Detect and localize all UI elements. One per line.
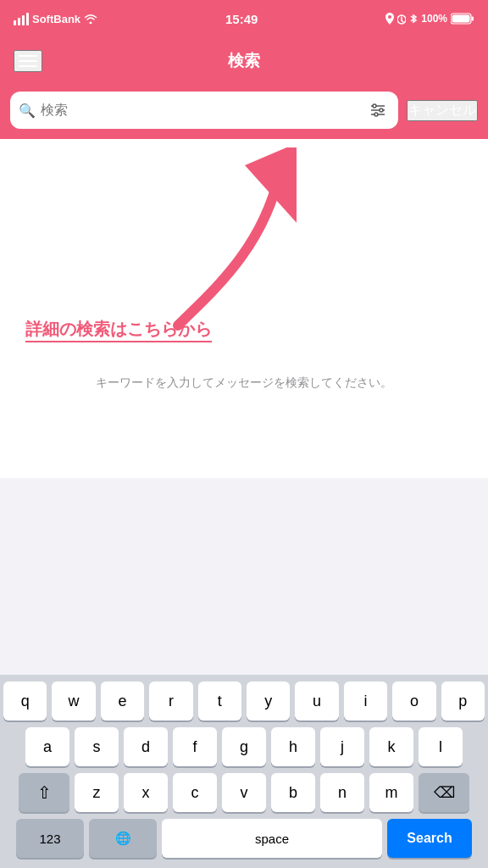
page-title: 検索 [228,50,260,72]
key-h[interactable]: h [271,727,315,766]
menu-button[interactable] [14,50,42,72]
key-globe[interactable]: 🌐 [89,819,157,858]
svg-point-11 [380,108,383,112]
key-d[interactable]: d [124,727,168,766]
search-input[interactable] [41,103,361,118]
key-p[interactable]: p [441,682,485,721]
key-l[interactable]: l [419,727,463,766]
key-search[interactable]: Search [387,819,472,858]
search-bar-container: 🔍 キャンセル [0,85,488,139]
key-z[interactable]: z [75,773,119,812]
status-right: 100% [385,13,474,25]
status-bar: SoftBank 15:49 100% [0,0,488,37]
main-content: 詳細の検索はこちらから キーワードを入力してメッセージを検索してください。 [0,139,488,478]
key-r[interactable]: r [149,682,192,721]
key-e[interactable]: e [101,682,144,721]
keyboard-row-4: 123 🌐 space Search [3,819,485,858]
key-i[interactable]: i [344,682,387,721]
signal-bars [14,13,29,25]
status-time: 15:49 [225,12,258,26]
svg-point-0 [388,15,391,19]
location-icon [385,13,394,25]
key-n[interactable]: n [320,773,364,812]
nav-bar: 検索 [0,37,488,85]
key-y[interactable]: y [247,682,290,721]
menu-line-1 [19,55,37,57]
alarm-icon [397,13,406,25]
wifi-icon [84,14,97,24]
filter-settings-icon [369,102,386,119]
keyboard-row-2: a s d f g h j k l [3,727,485,766]
key-u[interactable]: u [295,682,338,721]
svg-point-10 [373,104,376,108]
menu-line-3 [19,65,37,67]
key-s[interactable]: s [75,727,119,766]
battery-label: 100% [421,13,447,25]
keyboard-row-1: q w e r t y u i o p [3,682,485,721]
key-c[interactable]: c [173,773,217,812]
carrier-signal: SoftBank [14,13,97,25]
key-x[interactable]: x [124,773,168,812]
key-t[interactable]: t [198,682,241,721]
key-space[interactable]: space [162,819,382,858]
key-delete[interactable]: ⌫ [419,773,469,812]
key-m[interactable]: m [369,773,413,812]
menu-line-2 [19,60,37,62]
key-v[interactable]: v [222,773,266,812]
key-g[interactable]: g [222,727,266,766]
bluetooth-icon [409,13,418,25]
cancel-button[interactable]: キャンセル [407,100,478,121]
key-b[interactable]: b [271,773,315,812]
key-q[interactable]: q [3,682,47,721]
filter-button[interactable] [366,98,390,122]
key-shift[interactable]: ⇧ [19,773,69,812]
key-f[interactable]: f [173,727,217,766]
battery-icon [451,13,474,25]
svg-rect-5 [452,15,469,23]
key-a[interactable]: a [25,727,69,766]
keyboard-row-3: ⇧ z x c v b n m ⌫ [3,773,485,812]
carrier-label: SoftBank [32,13,80,25]
subtitle-text: キーワードを入力してメッセージを検索してください。 [70,359,418,405]
key-123[interactable]: 123 [16,819,84,858]
svg-point-12 [374,113,378,116]
key-k[interactable]: k [369,727,413,766]
arrow-graphic [42,147,297,334]
svg-line-3 [402,20,403,22]
keyboard: q w e r t y u i o p a s d f g h j k l ⇧ … [0,675,488,868]
key-o[interactable]: o [392,682,435,721]
search-icon: 🔍 [19,103,36,119]
key-j[interactable]: j [320,727,364,766]
search-input-wrapper: 🔍 [10,92,398,129]
annotation-label: 詳細の検索はこちらから [25,318,212,342]
annotation-area: 詳細の検索はこちらから [0,139,488,359]
svg-rect-6 [471,17,474,21]
key-w[interactable]: w [52,682,95,721]
